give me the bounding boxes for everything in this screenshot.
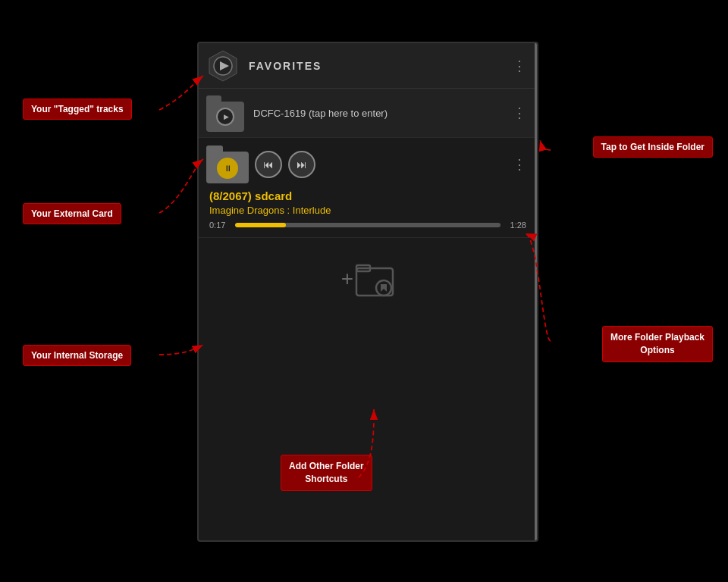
annotation-tap-inside-folder: Tap to Get Inside Folder: [593, 136, 713, 158]
dcfc-folder-icon: [206, 94, 244, 132]
sdcard-top: ⏮ ⏭ ⋮: [206, 146, 529, 183]
add-folder-row[interactable]: +: [199, 238, 537, 320]
sdcard-track: Imagine Dragons : Interlude: [209, 205, 526, 216]
transport-controls: ⏮ ⏭: [255, 151, 510, 178]
sdcard-row: ⏮ ⏭ ⋮ (8/2067) sdcard Imagine Dragons : …: [199, 138, 537, 238]
favorites-icon: [206, 49, 240, 83]
sdcard-info: (8/2067) sdcard Imagine Dragons : Interl…: [206, 189, 529, 230]
dcfc-folder-row[interactable]: DCFC-1619 (tap here to enter) ⋮: [199, 89, 537, 138]
favorites-more-button[interactable]: ⋮: [510, 58, 529, 74]
prev-button[interactable]: ⏮: [255, 151, 282, 178]
annotation-external-card: Your External Card: [23, 203, 121, 224]
sdcard-folder-icon: [206, 146, 249, 183]
annotation-add-folder-shortcuts: Add Other Folder Shortcuts: [281, 455, 372, 491]
progress-bar[interactable]: [235, 223, 500, 227]
sdcard-more-button[interactable]: ⋮: [510, 156, 529, 173]
favorites-row[interactable]: FAVORITES ⋮: [199, 43, 537, 89]
sdcard-title: (8/2067) sdcard: [209, 189, 526, 202]
time-elapsed: 0:17: [209, 221, 231, 230]
add-folder-icon: [355, 261, 394, 297]
dcfc-more-button[interactable]: ⋮: [510, 105, 529, 121]
plus-icon: +: [341, 267, 353, 291]
annotation-tagged-tracks: Your "Tagged" tracks: [23, 99, 132, 120]
next-button[interactable]: ⏭: [288, 151, 315, 178]
right-divider: [535, 43, 537, 540]
dcfc-folder-name: DCFC-1619 (tap here to enter): [253, 108, 510, 119]
time-total: 1:28: [505, 221, 526, 230]
progress-bar-wrap: 0:17 1:28: [209, 221, 526, 230]
annotation-folder-playback: More Folder Playback Options: [602, 326, 713, 362]
annotation-internal-storage: Your Internal Storage: [23, 345, 131, 366]
favorites-label: FAVORITES: [249, 60, 510, 72]
progress-fill: [235, 223, 286, 227]
pause-button[interactable]: [217, 158, 238, 179]
